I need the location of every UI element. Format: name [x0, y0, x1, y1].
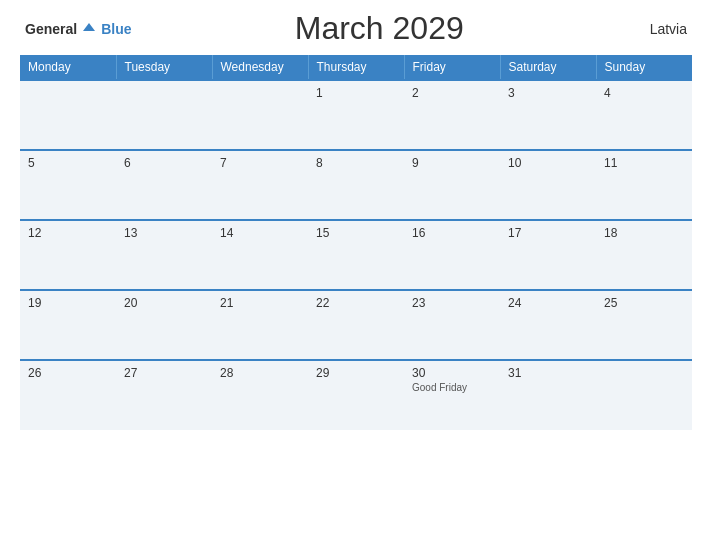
day-number: 15 [316, 226, 396, 240]
day-number: 25 [604, 296, 684, 310]
day-number: 14 [220, 226, 300, 240]
calendar-cell: 28 [212, 360, 308, 430]
day-event: Good Friday [412, 382, 492, 393]
day-number: 12 [28, 226, 108, 240]
calendar-cell: 6 [116, 150, 212, 220]
calendar-cell: 15 [308, 220, 404, 290]
calendar-cell [212, 80, 308, 150]
calendar-cell: 27 [116, 360, 212, 430]
calendar-cell: 13 [116, 220, 212, 290]
calendar-body: 1234567891011121314151617181920212223242… [20, 80, 692, 430]
calendar-cell: 23 [404, 290, 500, 360]
day-number: 20 [124, 296, 204, 310]
day-number: 11 [604, 156, 684, 170]
day-number: 28 [220, 366, 300, 380]
day-number: 6 [124, 156, 204, 170]
calendar-cell: 25 [596, 290, 692, 360]
calendar-cell: 26 [20, 360, 116, 430]
week-row-4: 19202122232425 [20, 290, 692, 360]
calendar-cell: 14 [212, 220, 308, 290]
day-number: 3 [508, 86, 588, 100]
calendar-cell: 1 [308, 80, 404, 150]
day-number: 9 [412, 156, 492, 170]
calendar-table: MondayTuesdayWednesdayThursdayFridaySatu… [20, 55, 692, 430]
weekday-header-thursday: Thursday [308, 55, 404, 80]
day-number: 29 [316, 366, 396, 380]
weekday-header-tuesday: Tuesday [116, 55, 212, 80]
day-number: 5 [28, 156, 108, 170]
calendar-cell: 24 [500, 290, 596, 360]
logo-text-blue: Blue [101, 21, 131, 37]
calendar-cell: 11 [596, 150, 692, 220]
calendar-header: General Blue March 2029 Latvia [20, 10, 692, 47]
calendar-cell: 21 [212, 290, 308, 360]
weekday-header-friday: Friday [404, 55, 500, 80]
day-number: 18 [604, 226, 684, 240]
calendar-cell: 3 [500, 80, 596, 150]
day-number: 30 [412, 366, 492, 380]
calendar-header-row: MondayTuesdayWednesdayThursdayFridaySatu… [20, 55, 692, 80]
day-number: 19 [28, 296, 108, 310]
day-number: 2 [412, 86, 492, 100]
week-row-2: 567891011 [20, 150, 692, 220]
calendar-cell: 30Good Friday [404, 360, 500, 430]
svg-marker-0 [83, 23, 95, 31]
calendar-cell: 5 [20, 150, 116, 220]
calendar-cell: 10 [500, 150, 596, 220]
day-number: 7 [220, 156, 300, 170]
calendar-cell: 20 [116, 290, 212, 360]
day-number: 1 [316, 86, 396, 100]
calendar-cell: 8 [308, 150, 404, 220]
day-number: 31 [508, 366, 588, 380]
day-number: 10 [508, 156, 588, 170]
country-label: Latvia [627, 21, 687, 37]
weekday-row: MondayTuesdayWednesdayThursdayFridaySatu… [20, 55, 692, 80]
calendar-cell: 2 [404, 80, 500, 150]
day-number: 26 [28, 366, 108, 380]
calendar-cell [596, 360, 692, 430]
calendar-cell: 19 [20, 290, 116, 360]
day-number: 27 [124, 366, 204, 380]
calendar-cell: 12 [20, 220, 116, 290]
logo-icon [81, 21, 97, 37]
calendar-cell: 17 [500, 220, 596, 290]
calendar-cell: 31 [500, 360, 596, 430]
day-number: 23 [412, 296, 492, 310]
calendar-cell: 29 [308, 360, 404, 430]
calendar-cell: 7 [212, 150, 308, 220]
weekday-header-saturday: Saturday [500, 55, 596, 80]
calendar-cell: 4 [596, 80, 692, 150]
week-row-5: 2627282930Good Friday31 [20, 360, 692, 430]
day-number: 4 [604, 86, 684, 100]
calendar-cell [20, 80, 116, 150]
day-number: 22 [316, 296, 396, 310]
weekday-header-monday: Monday [20, 55, 116, 80]
calendar-cell [116, 80, 212, 150]
day-number: 8 [316, 156, 396, 170]
logo-text-general: General [25, 21, 77, 37]
calendar-cell: 9 [404, 150, 500, 220]
calendar-cell: 16 [404, 220, 500, 290]
week-row-1: 1234 [20, 80, 692, 150]
week-row-3: 12131415161718 [20, 220, 692, 290]
calendar-title: March 2029 [131, 10, 627, 47]
weekday-header-sunday: Sunday [596, 55, 692, 80]
day-number: 24 [508, 296, 588, 310]
logo: General Blue [25, 20, 131, 38]
day-number: 21 [220, 296, 300, 310]
day-number: 17 [508, 226, 588, 240]
day-number: 13 [124, 226, 204, 240]
calendar-cell: 22 [308, 290, 404, 360]
calendar-cell: 18 [596, 220, 692, 290]
day-number: 16 [412, 226, 492, 240]
weekday-header-wednesday: Wednesday [212, 55, 308, 80]
